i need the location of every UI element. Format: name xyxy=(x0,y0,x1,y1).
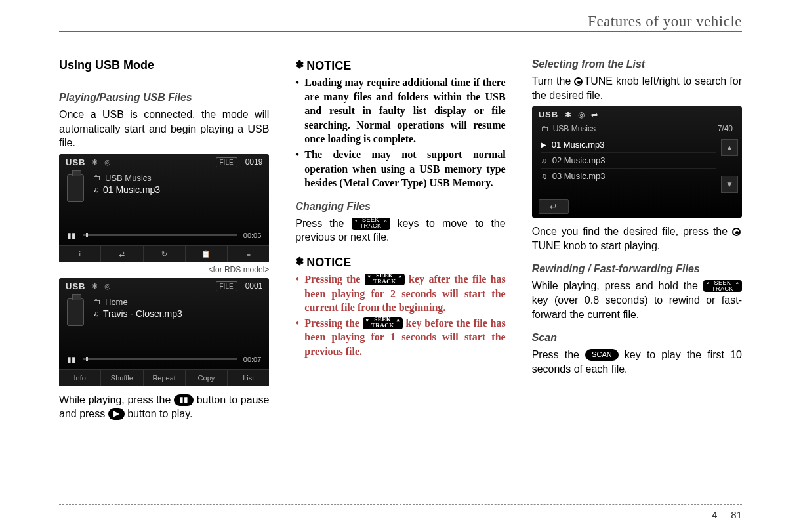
paragraph-intro: Once a USB is connected, the mode will a… xyxy=(59,108,269,150)
music-note-icon: ♫ xyxy=(93,185,99,194)
paragraph-after-list: Once you find the desired file, press th… xyxy=(532,224,742,253)
list-mode: USB xyxy=(539,110,558,119)
screen2-btn-info: Info xyxy=(59,370,101,386)
bluetooth-icon: ✱ xyxy=(92,158,98,167)
seek-track-button-icon: ˅SEEKTRACK˄ xyxy=(365,274,405,285)
paragraph-select-list: Turn the TUNE knob left/right to search … xyxy=(532,74,742,102)
link-icon: ⇌ xyxy=(591,110,598,119)
list-up-button: ▲ xyxy=(721,139,738,156)
signal-icon: ◎ xyxy=(578,110,585,119)
subhead-playing-pausing: Playing/Pausing USB Files xyxy=(59,92,269,104)
file-number: 0001 xyxy=(245,281,263,291)
screen2-mode: USB xyxy=(66,281,85,291)
bluetooth-icon: ✱ xyxy=(92,282,98,291)
screen1-btn-info: i xyxy=(59,246,101,262)
screen2-btn-repeat: Repeat xyxy=(144,370,186,386)
seek-track-button-icon: ˅SEEKTRACK˄ xyxy=(703,280,742,292)
screen1-btn-copy: 📋 xyxy=(186,246,228,262)
list-row: ▶ 01 Music.mp3 xyxy=(541,137,716,153)
play-pause-indicator: ▮▮ xyxy=(67,355,76,364)
folder-icon: 🗀 xyxy=(93,173,101,182)
usb-stick-icon xyxy=(67,298,84,326)
page-footer: 4 81 xyxy=(59,504,742,520)
scan-button-icon: SCAN xyxy=(585,349,619,361)
track-name: 01 Music.mp3 xyxy=(103,184,160,195)
paragraph-changing-files: Press the ˅SEEKTRACK˄ keys to move to th… xyxy=(295,216,505,245)
column-2: ✽NOTICE •Loading may require additional … xyxy=(295,58,505,425)
file-badge: FILE xyxy=(216,157,237,167)
seek-track-button-icon: ˅SEEKTRACK˄ xyxy=(363,317,403,329)
paragraph-pause-play: While playing, press the ▮▮ button to pa… xyxy=(59,393,269,421)
screen1-btn-shuffle: ⇄ xyxy=(101,246,143,262)
heading-using-usb-mode: Using USB Mode xyxy=(59,58,269,72)
screen1-btn-list: ≡ xyxy=(228,246,269,262)
list-row: ♫ 02 Music.mp3 xyxy=(541,153,716,169)
seek-track-button-icon: ˅SEEKTRACK˄ xyxy=(352,218,390,230)
list-down-button: ▼ xyxy=(721,176,738,193)
paragraph-scan: Press the SCAN key to play the first 10 … xyxy=(532,348,742,376)
elapsed-time: 00:07 xyxy=(243,356,262,363)
column-3: Selecting from the List Turn the TUNE kn… xyxy=(532,58,742,425)
file-badge: FILE xyxy=(216,281,237,291)
screen2-btn-list: List xyxy=(228,370,269,386)
signal-icon: ◎ xyxy=(104,158,111,167)
usb-screen-1: USB ✱ ◎ FILE 0019 🗀 USB Musics ♫ 01 Mu xyxy=(59,154,269,262)
notice-body-1: •Loading may require additional time if … xyxy=(295,75,505,190)
usb-list-screen: USB ✱ ◎ ⇌ 🗀 USB Musics 7/40 ▶ 0 xyxy=(532,106,742,218)
play-pause-indicator: ▮▮ xyxy=(67,231,76,240)
screen2-btn-copy: Copy xyxy=(186,370,228,386)
page-header: Features of your vehicle xyxy=(59,13,742,32)
signal-icon: ◎ xyxy=(104,282,111,291)
usb-screen-2: USB ✱ ◎ FILE 0001 🗀 Home ♫ Travis - Cl xyxy=(59,278,269,386)
file-number: 0019 xyxy=(245,157,263,167)
subhead-scan: Scan xyxy=(532,332,742,344)
tune-knob-icon xyxy=(732,228,741,236)
screen1-mode: USB xyxy=(66,157,85,167)
list-row: ♫ 03 Music.mp3 xyxy=(541,169,716,184)
notice-heading-1: ✽NOTICE xyxy=(295,58,505,73)
list-folder-name: USB Musics xyxy=(553,124,596,133)
pause-button-icon: ▮▮ xyxy=(174,394,194,406)
notice-heading-2: ✽NOTICE xyxy=(295,255,505,270)
page-number: 81 xyxy=(724,509,742,520)
paragraph-rewind-ff: While playing, press and hold the ˅SEEKT… xyxy=(532,279,742,321)
caption-rds-model: <for RDS model> xyxy=(59,265,269,274)
screen2-btn-shuffle: Shuffle xyxy=(101,370,143,386)
music-note-icon: ♫ xyxy=(541,156,547,165)
folder-name: USB Musics xyxy=(105,173,152,183)
music-note-icon: ♫ xyxy=(541,172,547,181)
elapsed-time: 00:05 xyxy=(243,232,262,239)
list-counter: 7/40 xyxy=(718,124,733,133)
subhead-selecting-from-list: Selecting from the List xyxy=(532,58,742,70)
now-playing-icon: ▶ xyxy=(541,141,546,148)
bluetooth-icon: ✱ xyxy=(565,110,571,119)
usb-stick-icon xyxy=(67,174,84,202)
subhead-rewind-ff: Rewinding / Fast-forwarding Files xyxy=(532,263,742,275)
section-number: 4 xyxy=(712,509,724,520)
list-back-button: ↵ xyxy=(539,199,569,214)
subhead-changing-files: Changing Files xyxy=(295,201,505,213)
music-note-icon: ♫ xyxy=(93,309,99,318)
play-button-icon: ▶ xyxy=(108,408,125,420)
folder-icon: 🗀 xyxy=(93,297,101,306)
folder-icon: 🗀 xyxy=(541,124,549,133)
column-1: Using USB Mode Playing/Pausing USB Files… xyxy=(59,58,269,425)
notice-star-icon: ✽ xyxy=(295,256,304,267)
notice-body-2: • Pressing the ˅SEEKTRACK˄ key after the… xyxy=(295,272,505,359)
notice-star-icon: ✽ xyxy=(295,59,304,70)
folder-name: Home xyxy=(105,297,128,307)
tune-knob-icon xyxy=(574,77,583,86)
screen1-btn-repeat: ↻ xyxy=(144,246,186,262)
track-name: Travis - Closer.mp3 xyxy=(103,308,182,319)
